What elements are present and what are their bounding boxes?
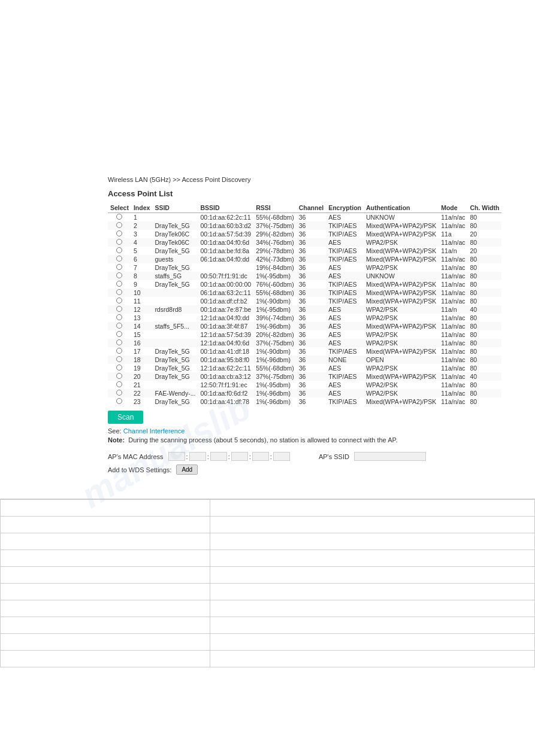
select-radio-cell[interactable] bbox=[108, 389, 131, 397]
ssid-input[interactable] bbox=[354, 452, 426, 461]
select-radio-cell[interactable] bbox=[108, 221, 131, 230]
select-radio[interactable] bbox=[116, 230, 122, 236]
auth-cell: UNKNOW bbox=[364, 213, 439, 222]
index-cell: 4 bbox=[131, 238, 152, 247]
bottom-left-cell bbox=[1, 634, 210, 651]
encryption-cell: AES bbox=[326, 213, 364, 222]
select-radio[interactable] bbox=[116, 306, 122, 312]
add-button[interactable]: Add bbox=[176, 464, 198, 475]
select-radio[interactable] bbox=[116, 381, 122, 387]
note-line: Note: During the scanning process (about… bbox=[108, 436, 427, 444]
auth-cell: Mixed(WPA+WPA2)/PSK bbox=[364, 255, 439, 263]
select-radio[interactable] bbox=[116, 289, 122, 295]
select-radio-cell[interactable] bbox=[108, 255, 131, 263]
chw-cell: 80 bbox=[468, 238, 502, 247]
select-radio[interactable] bbox=[116, 398, 122, 404]
select-radio[interactable] bbox=[116, 390, 122, 396]
mode-cell: 11a/n/ac bbox=[439, 389, 467, 397]
select-radio[interactable] bbox=[116, 256, 122, 262]
rssi-cell: 55%(-68dbm) bbox=[253, 289, 297, 297]
select-radio[interactable] bbox=[116, 365, 122, 371]
encryption-cell: TKIP/AES bbox=[326, 280, 364, 289]
select-radio-cell[interactable] bbox=[108, 314, 131, 322]
select-radio[interactable] bbox=[116, 247, 122, 253]
select-radio[interactable] bbox=[116, 272, 122, 278]
select-radio-cell[interactable] bbox=[108, 280, 131, 289]
select-radio-cell[interactable] bbox=[108, 272, 131, 280]
auth-cell: WPA2/PSK bbox=[364, 238, 439, 247]
select-radio-cell[interactable] bbox=[108, 263, 131, 272]
scan-button[interactable]: Scan bbox=[108, 411, 143, 424]
bssid-cell: 12:1d:aa:04:f0:6d bbox=[198, 339, 253, 347]
select-radio-cell[interactable] bbox=[108, 230, 131, 238]
mode-cell: 11a/n/ac bbox=[439, 364, 467, 372]
select-radio-cell[interactable] bbox=[108, 347, 131, 356]
select-radio-cell[interactable] bbox=[108, 297, 131, 305]
bottom-row bbox=[1, 600, 535, 617]
select-radio[interactable] bbox=[116, 339, 122, 345]
select-radio-cell[interactable] bbox=[108, 247, 131, 255]
bssid-cell: 06:1d:aa:04:f0:dd bbox=[198, 255, 253, 263]
mode-cell: 11a/n/ac bbox=[439, 314, 467, 322]
mac-octet-6[interactable] bbox=[273, 452, 290, 461]
index-cell: 6 bbox=[131, 255, 152, 263]
scan-area: Scan bbox=[108, 411, 427, 424]
select-radio-cell[interactable] bbox=[108, 289, 131, 297]
breadcrumb: Wireless LAN (5GHz) >> Access Point Disc… bbox=[0, 174, 535, 186]
select-radio[interactable] bbox=[116, 331, 122, 337]
encryption-cell: TKIP/AES bbox=[326, 347, 364, 356]
select-radio[interactable] bbox=[116, 281, 122, 287]
select-radio-cell[interactable] bbox=[108, 372, 131, 381]
mac-octet-4[interactable] bbox=[231, 452, 248, 461]
ssid-cell: FAE-Wendy-... bbox=[152, 389, 198, 397]
channel-interference-link[interactable]: Channel Interference bbox=[123, 427, 185, 435]
select-radio-cell[interactable] bbox=[108, 339, 131, 347]
select-radio-cell[interactable] bbox=[108, 322, 131, 330]
rssi-cell: 20%(-82dbm) bbox=[253, 330, 297, 339]
select-radio[interactable] bbox=[116, 264, 122, 270]
auth-cell: Mixed(WPA+WPA2)/PSK bbox=[364, 221, 439, 230]
encryption-cell: AES bbox=[326, 364, 364, 372]
mac-octet-5[interactable] bbox=[252, 452, 269, 461]
select-radio[interactable] bbox=[116, 239, 122, 245]
channel-cell: 36 bbox=[297, 389, 326, 397]
select-radio[interactable] bbox=[116, 222, 122, 228]
select-radio-cell[interactable] bbox=[108, 364, 131, 372]
select-radio-cell[interactable] bbox=[108, 330, 131, 339]
rssi-cell: 19%(-84dbm) bbox=[253, 263, 297, 272]
rssi-cell: 1%(-95dbm) bbox=[253, 272, 297, 280]
select-radio[interactable] bbox=[116, 356, 122, 362]
chw-cell: 20 bbox=[468, 230, 502, 238]
ssid-cell bbox=[152, 213, 198, 222]
mac-octet-2[interactable] bbox=[189, 452, 206, 461]
table-row: 4 DrayTek06C 00:1d:aa:04:f0:6d 34%(-76db… bbox=[108, 238, 501, 247]
mode-cell: 11a/n/ac bbox=[439, 289, 467, 297]
select-radio-cell[interactable] bbox=[108, 397, 131, 406]
ssid-cell bbox=[152, 289, 198, 297]
rssi-cell: 39%(-74dbm) bbox=[253, 314, 297, 322]
select-radio-cell[interactable] bbox=[108, 213, 131, 222]
bssid-cell: 00:1d:aa:cb:a3:12 bbox=[198, 372, 253, 381]
select-radio[interactable] bbox=[116, 373, 122, 379]
channel-cell: 36 bbox=[297, 339, 326, 347]
table-row: 22 FAE-Wendy-... 00:1d:aa:f0:6d:f2 1%(-9… bbox=[108, 389, 501, 397]
select-radio[interactable] bbox=[116, 297, 122, 303]
select-radio[interactable] bbox=[116, 323, 122, 329]
select-radio-cell[interactable] bbox=[108, 238, 131, 247]
mode-cell: 11a/n/ac bbox=[439, 397, 467, 406]
table-row: 11 00:1d:aa:df:cf:b2 1%(-90dbm) 36 TKIP/… bbox=[108, 297, 501, 305]
mode-cell: 11a/n/ac bbox=[439, 372, 467, 381]
select-radio-cell[interactable] bbox=[108, 356, 131, 364]
select-radio[interactable] bbox=[116, 214, 122, 220]
ssid-cell: DrayTek_5G bbox=[152, 356, 198, 364]
select-radio-cell[interactable] bbox=[108, 381, 131, 389]
select-radio[interactable] bbox=[116, 314, 122, 320]
mac-octet-1[interactable] bbox=[168, 452, 185, 461]
mac-octet-3[interactable] bbox=[210, 452, 227, 461]
mode-cell: 11a/n/ac bbox=[439, 213, 467, 222]
bottom-left-cell bbox=[1, 651, 210, 667]
auth-cell: OPEN bbox=[364, 356, 439, 364]
select-radio[interactable] bbox=[116, 348, 122, 354]
index-cell: 21 bbox=[131, 381, 152, 389]
select-radio-cell[interactable] bbox=[108, 305, 131, 314]
